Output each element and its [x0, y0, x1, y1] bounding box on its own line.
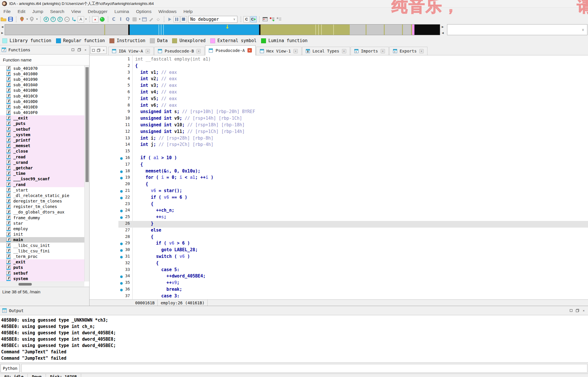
function-row[interactable]: f_dl_relocate_static_pie [0, 193, 84, 198]
types-button[interactable]: Q [124, 16, 131, 22]
code-line[interactable]: 19 for ( i = 0; i < a1; ++i ) [90, 175, 588, 181]
function-row[interactable]: fsub_4010E0 [0, 104, 84, 110]
tab-close-icon[interactable]: × [146, 49, 150, 53]
code-line[interactable]: 5 int v3; // eax [90, 83, 588, 89]
function-row[interactable]: fsub_401070 [0, 65, 84, 71]
code-line[interactable]: 20 { [90, 181, 588, 188]
dock-maximize-icon[interactable] [91, 48, 95, 52]
windows-list-button[interactable] [141, 16, 148, 22]
navband-left-arrows[interactable]: ◀ ▶ [0, 24, 4, 35]
code-line[interactable]: 8 int v6; // eax [90, 103, 588, 109]
menu-item-edit[interactable]: Edit [14, 9, 29, 14]
nav-forward-icon[interactable]: → [64, 16, 70, 22]
function-row[interactable]: fsub_401090 [0, 76, 84, 82]
code-line[interactable]: 10 unsigned int v9; // [rsp+14h] [rbp-1C… [90, 116, 588, 122]
code-line[interactable]: 32 { [90, 260, 588, 267]
code-line[interactable]: 7 int v5; // eax [90, 96, 588, 103]
grid-menu-button[interactable] [131, 16, 138, 22]
code-line[interactable]: 21 v6 = star(); [90, 188, 588, 195]
tab-local-types[interactable]: 0Local Types× [302, 47, 350, 55]
function-row[interactable]: fregister_tm_clones [0, 204, 84, 209]
function-row[interactable]: f___isoc99_scanf [0, 176, 84, 182]
code-line[interactable]: 9 unsigned int s; // [rsp+10h] [rbp-20h]… [90, 109, 588, 116]
code-line[interactable]: 36 break; [90, 287, 588, 293]
code-line[interactable]: 2{ [90, 63, 588, 70]
tab-exports[interactable]: ▸Exports× [389, 47, 427, 55]
navband-range-select[interactable]: ∨ [447, 24, 587, 35]
diamond-button[interactable]: ◇ [155, 16, 161, 22]
panel-close-icon[interactable]: × [83, 48, 88, 52]
code-line[interactable]: 30 goto LABEL_28; [90, 247, 588, 254]
function-row[interactable]: f_puts [0, 121, 84, 126]
function-row[interactable]: f__libc_csu_init [0, 243, 84, 248]
debugger-select[interactable]: No debugger ∨ [188, 16, 237, 23]
jump-text-icon[interactable]: T [50, 16, 56, 22]
start-process-button[interactable] [99, 16, 105, 22]
jump-name-icon[interactable]: # [43, 16, 49, 22]
enums-button[interactable]: I [118, 16, 124, 22]
code-line[interactable]: 1int __fastcall employ(int a1) [90, 57, 588, 63]
menu-item-file[interactable]: File [0, 9, 14, 14]
output-float-icon[interactable] [575, 309, 579, 313]
menu-item-options[interactable]: Options [133, 9, 155, 14]
code-line[interactable]: 14 int j; // [rsp+2Ch] [rbp-4h] [90, 142, 588, 149]
code-line[interactable]: 23 { [90, 201, 588, 208]
code-line[interactable]: 37 case 3: [90, 293, 588, 299]
menu-item-jump[interactable]: Jump [29, 9, 47, 14]
python-console-input[interactable] [21, 364, 587, 373]
grid-dropdown-arrow[interactable]: ▼ [139, 18, 141, 20]
code-line[interactable]: 31 switch ( v6 ) [90, 254, 588, 260]
code-line[interactable]: 28 { [90, 234, 588, 241]
function-row[interactable]: fsub_4010D0 [0, 99, 84, 104]
menu-item-help[interactable]: Help [180, 9, 196, 14]
function-row[interactable]: fsub_4010A0 [0, 82, 84, 88]
tab-ida-view-a[interactable]: IDA View-A× [108, 47, 154, 55]
function-row[interactable]: f_srand [0, 160, 84, 165]
bookmark2-dropdown-arrow[interactable]: ▼ [36, 18, 38, 20]
navband-scroll-left-icon[interactable]: ◀ [0, 24, 4, 29]
tab-close-icon[interactable]: × [419, 49, 424, 53]
function-row[interactable]: fsub_4010C0 [0, 93, 84, 99]
navband-zoom-in-icon[interactable]: ▶ [441, 24, 445, 29]
function-row[interactable]: f__do_global_dtors_aux [0, 209, 84, 215]
function-list-vscrollbar[interactable] [84, 65, 89, 282]
function-row[interactable]: f_read [0, 154, 84, 160]
function-row[interactable]: fsystem [0, 276, 84, 281]
code-line[interactable]: 26 } [90, 221, 588, 228]
function-row[interactable]: fsub_4010B0 [0, 88, 84, 93]
function-list-hscrollbar[interactable] [0, 282, 84, 286]
python-interpreter-button[interactable]: Python [1, 364, 20, 373]
dock-close-icon[interactable]: × [102, 48, 106, 52]
vscrollbar-thumb[interactable] [85, 67, 89, 182]
code-line[interactable]: 3 int v1; // eax [90, 70, 588, 76]
function-row[interactable]: f_exit [0, 259, 84, 265]
function-name-column-header[interactable]: Function name [0, 55, 89, 65]
debugger-stop-button[interactable] [181, 16, 187, 22]
panel-restore-icon[interactable] [71, 48, 75, 52]
function-row[interactable]: f_start [0, 187, 84, 193]
function-row[interactable]: fsub_401080 [0, 71, 84, 76]
code-line[interactable]: 13 int i; // [rsp+28h] [rbp-8h] [90, 136, 588, 142]
dock-float-icon[interactable] [96, 48, 101, 52]
breakpoint-button[interactable]: ▲ [92, 16, 98, 22]
code-line[interactable]: 25 ++s; [90, 214, 588, 221]
list-gray-button[interactable] [276, 16, 282, 22]
function-row[interactable]: fputs [0, 265, 84, 270]
code-line[interactable]: 4 int v2; // eax [90, 76, 588, 83]
hscrollbar-thumb[interactable] [18, 283, 32, 286]
function-row[interactable]: fmain [0, 237, 84, 243]
menu-item-view[interactable]: View [68, 9, 84, 14]
output-restore-icon[interactable] [569, 309, 573, 313]
code-line[interactable]: 12 unsigned int v11; // [rsp+1Ch] [rbp-1… [90, 129, 588, 136]
navband-scroll-right-icon[interactable]: ▶ [0, 30, 4, 35]
function-row[interactable]: f__libc_csu_fini [0, 248, 84, 254]
tab-pseudocode-b[interactable]: Pseudocode-B× [154, 47, 204, 55]
tab-close-icon[interactable]: × [248, 48, 252, 52]
code-line[interactable]: 24 ++ch_n; [90, 208, 588, 214]
code-line[interactable]: 16 if ( a1 > 10 ) [90, 155, 588, 162]
function-row[interactable]: f_time [0, 171, 84, 176]
structs-button[interactable]: C [111, 16, 117, 22]
edit-mode-button[interactable] [148, 16, 155, 22]
function-row[interactable]: fderegister_tm_clones [0, 198, 84, 204]
function-row[interactable]: f_memset [0, 143, 84, 149]
